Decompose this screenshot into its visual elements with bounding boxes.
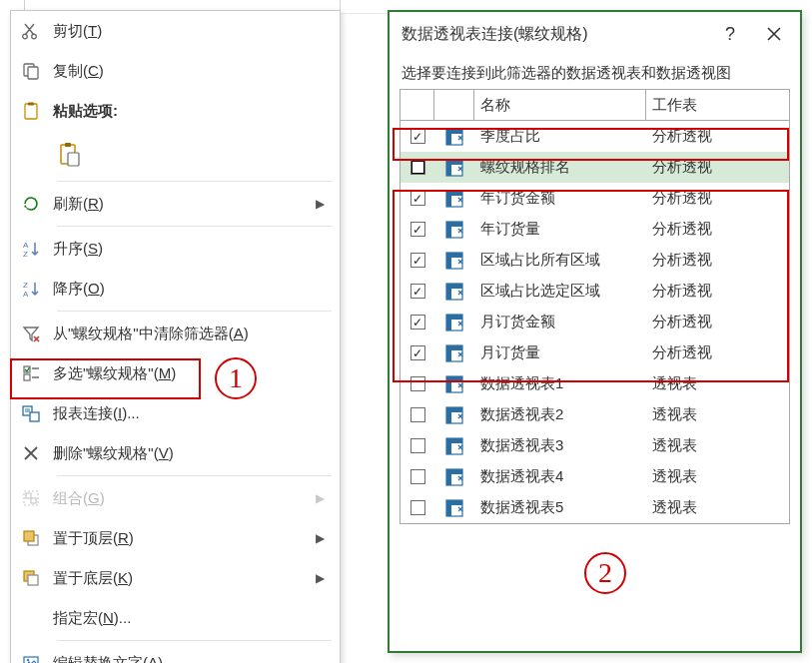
row-checkbox[interactable] [410,469,425,484]
row-sheet: 分析透视 [646,343,786,362]
menu-bring-to-front[interactable]: 置于顶层(R) ▶ [11,518,340,558]
table-row[interactable]: ✓月订货金额分析透视 [401,307,789,337]
table-row[interactable]: ✓年订货量分析透视 [401,214,789,245]
table-row[interactable]: 螺纹规格排名分析透视 [401,152,789,183]
menu-report-connections[interactable]: 报表连接(I)... [11,393,340,433]
table-row[interactable]: ✓区域占比所有区域分析透视 [401,245,789,276]
svg-rect-32 [446,165,451,176]
svg-rect-18 [26,493,31,498]
dialog-title: 数据透视表连接(螺纹规格) [402,24,708,45]
menu-cut[interactable]: 剪切(T) [11,11,340,51]
table-row[interactable]: ✓年订货金额分析透视 [401,183,789,214]
row-checkbox[interactable]: ✓ [410,222,425,237]
table-row[interactable]: ✓月订货量分析透视 [401,337,789,368]
pivot-table-icon [444,251,464,271]
row-name: 年订货金额 [474,189,646,208]
row-name: 区域占比所有区域 [474,251,646,270]
table-row[interactable]: 数据透视表3透视表 [401,430,789,461]
menu-label: 置于顶层(R) [53,529,316,548]
menu-label: 刷新(R) [53,195,316,214]
table-row[interactable]: 数据透视表5透视表 [401,492,789,523]
svg-rect-41 [446,258,451,269]
svg-rect-35 [446,196,451,207]
svg-rect-47 [446,320,451,331]
svg-rect-59 [446,443,451,454]
svg-rect-44 [446,289,451,300]
menu-multi-select[interactable]: 多选"螺纹规格"(M) [11,353,340,393]
alt-text-icon [17,649,45,663]
menu-refresh[interactable]: 刷新(R) ▶ [11,184,340,224]
row-name: 数据透视表3 [474,436,646,455]
menu-send-to-back[interactable]: 置于底层(K) ▶ [11,558,340,598]
row-checkbox[interactable]: ✓ [410,345,425,360]
svg-rect-64 [446,500,462,505]
clipboard-icon [17,97,45,125]
row-name: 螺纹规格排名 [474,158,646,177]
table-row[interactable]: 数据透视表2透视表 [401,399,789,430]
row-sheet: 分析透视 [646,282,786,301]
svg-rect-61 [446,469,462,474]
menu-group: 组合(G) ▶ [11,478,340,518]
svg-rect-7 [65,143,71,147]
copy-icon [17,57,45,85]
pivot-table-icon [444,220,464,240]
blank-icon [17,604,45,632]
svg-rect-58 [446,438,462,443]
svg-text:Z: Z [23,250,28,259]
row-name: 数据透视表1 [474,374,646,393]
menu-copy[interactable]: 复制(C) [11,51,340,91]
pivot-table-icon [444,313,464,332]
menu-label: 删除"螺纹规格"(V) [53,444,328,463]
menu-sort-desc[interactable]: ZA 降序(O) [11,269,340,309]
menu-label: 编辑替换文字(A)... [53,654,328,664]
row-name: 月订货量 [474,343,646,362]
pivot-table-icon [444,343,464,363]
menu-remove[interactable]: 删除"螺纹规格"(V) [11,433,340,473]
context-menu: 剪切(T) 复制(C) 粘贴选项: 刷新(R) ▶ [10,10,341,663]
chevron-right-icon: ▶ [316,531,328,545]
row-checkbox[interactable]: ✓ [410,191,425,206]
row-checkbox[interactable] [410,500,425,515]
help-button[interactable]: ? [708,16,752,52]
col-sheet: 工作表 [646,90,786,120]
chevron-right-icon: ▶ [316,491,328,505]
svg-rect-4 [25,104,37,119]
row-checkbox[interactable]: ✓ [410,315,425,330]
row-checkbox[interactable] [410,160,425,175]
menu-assign-macro[interactable]: 指定宏(N)... [11,598,340,638]
menu-paste-options: 粘贴选项: [11,91,340,131]
svg-rect-37 [446,222,462,227]
menu-sort-asc[interactable]: AZ 升序(S) [11,229,340,269]
menu-clear-filter[interactable]: 从"螺纹规格"中清除筛选器(A) [11,314,340,353]
table-row[interactable]: ✓区域占比选定区域分析透视 [401,276,789,307]
table-row[interactable]: 数据透视表1透视表 [401,368,789,399]
multi-select-icon [17,359,45,387]
svg-point-25 [27,659,29,661]
table-row[interactable]: 数据透视表4透视表 [401,461,789,492]
row-checkbox[interactable]: ✓ [410,284,425,299]
send-to-back-icon [17,564,45,592]
col-name: 名称 [474,90,646,120]
row-name: 年订货量 [474,220,646,239]
menu-label: 降序(O) [53,280,328,299]
menu-label: 置于底层(K) [53,569,316,588]
row-checkbox[interactable]: ✓ [410,129,425,144]
menu-label: 粘贴选项: [53,102,328,121]
row-checkbox[interactable] [410,376,425,391]
svg-rect-8 [68,153,79,166]
svg-rect-53 [446,381,451,392]
row-checkbox[interactable] [410,438,425,453]
close-button[interactable] [752,16,796,52]
table-row[interactable]: ✓季度占比分析透视 [401,121,789,152]
svg-rect-28 [446,129,462,134]
row-checkbox[interactable]: ✓ [410,253,425,268]
row-checkbox[interactable] [410,407,425,422]
paste-option-button[interactable] [11,131,340,179]
menu-alt-text[interactable]: 编辑替换文字(A)... [11,643,340,663]
pivot-table-icon [444,374,464,394]
svg-rect-43 [446,284,462,289]
refresh-icon [17,190,45,218]
paste-icon [55,141,83,169]
svg-text:A: A [23,241,29,250]
svg-rect-21 [24,531,34,541]
